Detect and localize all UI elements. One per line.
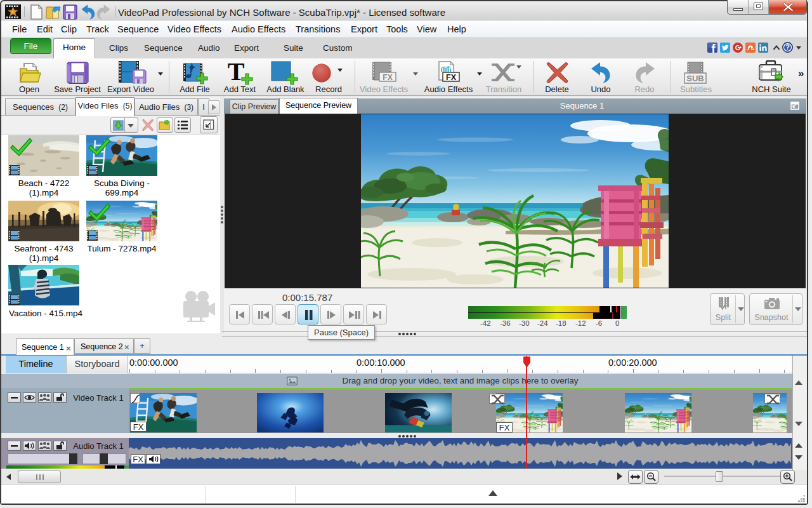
svg-text:?: ?	[785, 43, 790, 51]
svg-text:FX: FX	[383, 73, 392, 82]
svg-text:FX: FX	[446, 73, 457, 82]
svg-text:T: T	[228, 61, 245, 85]
svg-text:SUB: SUB	[686, 74, 704, 83]
